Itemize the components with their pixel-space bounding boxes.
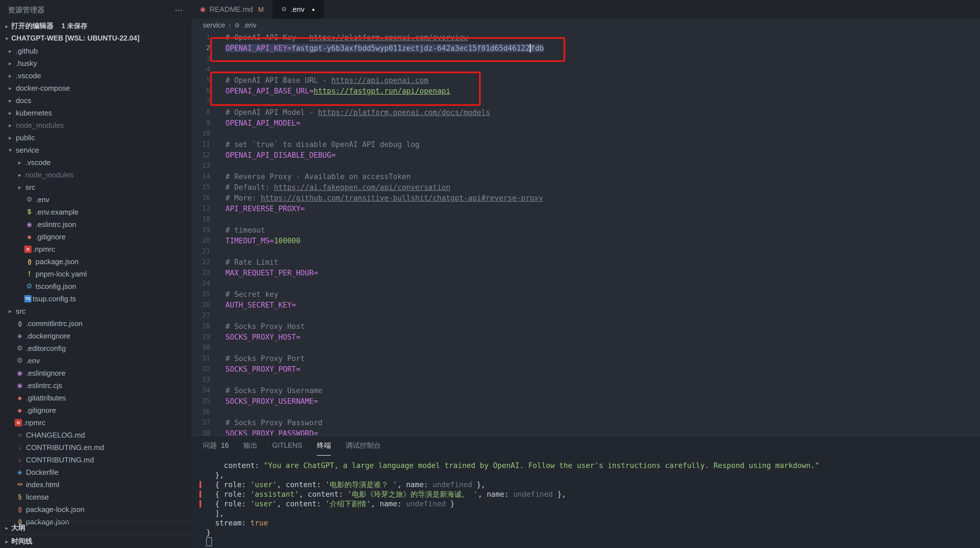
terminal-line: { role: 'assistant', content: '电影《玲芽之旅》的…: [206, 489, 980, 499]
tree-file-.eslintrc.cjs[interactable]: ◉.eslintrc.cjs: [0, 379, 192, 391]
outline-label: 大纲: [11, 523, 25, 533]
tree-item-label: docker-compose: [16, 84, 70, 92]
line-marker: [199, 500, 201, 507]
sidebar-footer: ▸ 大纲 ▸ 时间线: [0, 521, 192, 548]
line-number: 8: [192, 107, 210, 118]
terminal-cursor-icon: [206, 537, 212, 546]
selection: OPENAI_API_KEY=fastgpt-y6b3axfbdd5wyp011…: [226, 44, 544, 52]
tree-file-CHANGELOG.md[interactable]: ○CHANGELOG.md: [0, 429, 192, 441]
chevron-right-icon: ▸: [2, 525, 11, 531]
tree-folder-.husky[interactable]: ▸.husky: [0, 57, 192, 69]
timeline-section[interactable]: ▸ 时间线: [0, 534, 192, 548]
code-line: SOCKS_PROXY_USERNAME=: [226, 396, 980, 407]
line-number: 20: [192, 235, 210, 246]
line-number: 27: [192, 310, 210, 321]
tree-file-tsconfig.json[interactable]: ⚙tsconfig.json: [0, 280, 192, 292]
tab-label: README.md: [209, 5, 253, 14]
tree-file-.npmrc[interactable]: n.npmrc: [0, 416, 192, 429]
line-number: 37: [192, 417, 210, 428]
tree-folder-src[interactable]: ▸src: [0, 305, 192, 317]
tree-file-.gitignore[interactable]: ◆.gitignore: [0, 230, 192, 243]
docker-grey-icon: ◈: [15, 331, 25, 340]
panel-tab-问题[interactable]: 问题16: [203, 436, 229, 456]
editor-tab-README.md[interactable]: ◉README.mdM: [192, 0, 273, 19]
tree-folder-docs[interactable]: ▸docs: [0, 94, 192, 106]
tree-item-label: src: [25, 183, 35, 191]
code-line: [226, 214, 980, 225]
line-number: 15: [192, 182, 210, 192]
chevron-right-icon: ▸: [6, 85, 15, 91]
line-number: 4: [192, 64, 210, 75]
line-number: 31: [192, 353, 210, 364]
line-number: 26: [192, 300, 210, 310]
tree-folder-.vscode[interactable]: ▸.vscode: [0, 156, 192, 168]
editor-tab-.env[interactable]: ⚙.env●: [273, 0, 324, 19]
project-root-section[interactable]: ▾ CHATGPT-WEB [WSL: UBUNTU-22.04]: [0, 32, 192, 44]
terminal-output[interactable]: content: "You are ChatGPT, a large langu…: [192, 456, 980, 547]
line-number: 12: [192, 150, 210, 160]
line-number: 6: [192, 86, 210, 96]
breadcrumb-item[interactable]: .env: [243, 21, 256, 29]
tree-item-label: index.html: [26, 480, 59, 489]
tree-folder-docker-compose[interactable]: ▸docker-compose: [0, 82, 192, 94]
tree-file-.gitignore[interactable]: ◆.gitignore: [0, 404, 192, 416]
panel-tab-终端[interactable]: 终端: [317, 436, 331, 456]
tree-item-label: package-lock.json: [26, 505, 84, 513]
tree-file-CONTRIBUTING.md[interactable]: ↓CONTRIBUTING.md: [0, 453, 192, 466]
tree-file-package.json[interactable]: {}package.json: [0, 255, 192, 267]
more-actions-icon[interactable]: ⋯: [175, 5, 184, 15]
tree-item-label: kubernetes: [16, 108, 52, 117]
tree-file-.gitattributes[interactable]: ◆.gitattributes: [0, 391, 192, 404]
outline-section[interactable]: ▸ 大纲: [0, 521, 192, 534]
panel-tab-GITLENS[interactable]: GITLENS: [272, 436, 302, 456]
tree-file-.eslintrc.json[interactable]: ◉.eslintrc.json: [0, 218, 192, 230]
tree-file-.env[interactable]: ⚙.env: [0, 193, 192, 206]
tree-file-package-lock.json[interactable]: {}package-lock.json: [0, 503, 192, 515]
tree-file-.eslintignore[interactable]: ◉.eslintignore: [0, 367, 192, 379]
tree-file-license[interactable]: §license: [0, 491, 192, 503]
tree-file-CONTRIBUTING.en.md[interactable]: ↓CONTRIBUTING.en.md: [0, 441, 192, 453]
tree-folder-.github[interactable]: ▸.github: [0, 44, 192, 57]
tree-folder-public[interactable]: ▸public: [0, 131, 192, 144]
tree-folder-service[interactable]: ▾service: [0, 144, 192, 156]
code-line: # Default: https://ai.fakeopen.com/api/c…: [226, 182, 980, 192]
tree-file-.dockerignore[interactable]: ◈.dockerignore: [0, 329, 192, 342]
code-editor[interactable]: 1234567891011121314151617181920212223242…: [192, 32, 980, 435]
code-line: OPENAI_API_MODEL=: [226, 118, 980, 129]
tree-file-.env[interactable]: ⚙.env: [0, 354, 192, 367]
terminal-line: content: "You are ChatGPT, a large langu…: [206, 461, 980, 470]
line-number: 3: [192, 54, 210, 64]
line-marker: [199, 481, 201, 488]
breadcrumb-item[interactable]: service: [203, 21, 225, 29]
code-lines[interactable]: # OpenAI API Key - https://platform.open…: [226, 32, 980, 435]
terminal-line: stream: true: [206, 518, 980, 528]
panel-tab-调试控制台[interactable]: 调试控制台: [346, 436, 381, 456]
tree-file-Dockerfile[interactable]: ◈Dockerfile: [0, 466, 192, 478]
tree-folder-.vscode[interactable]: ▸.vscode: [0, 69, 192, 82]
line-number: 5: [192, 75, 210, 86]
tree-file-.npmrc[interactable]: n.npmrc: [0, 243, 192, 255]
chevron-right-icon: ▸: [2, 538, 11, 545]
code-line: # OpenAI API Key - https://platform.open…: [226, 32, 980, 43]
json-grey-icon: {}: [15, 319, 25, 328]
tree-file-index.html[interactable]: <>index.html: [0, 478, 192, 491]
explorer-title: 资源管理器: [8, 5, 45, 15]
bottom-panel: 问题16输出GITLENS终端调试控制台 content: "You are C…: [192, 435, 980, 548]
tree-file-pnpm-lock.yaml[interactable]: !pnpm-lock.yaml: [0, 267, 192, 280]
line-number: 38: [192, 428, 210, 435]
tree-folder-kubernetes[interactable]: ▸kubernetes: [0, 106, 192, 119]
tree-folder-node_modules[interactable]: ▸node_modules: [0, 119, 192, 131]
tree-file-.commitlintrc.json[interactable]: {}.commitlintrc.json: [0, 317, 192, 329]
breadcrumb: service›⚙.env: [192, 19, 980, 32]
tree-folder-node_modules[interactable]: ▸node_modules: [0, 168, 192, 181]
tree-file-.env.example[interactable]: $.env.example: [0, 206, 192, 218]
open-editors-section[interactable]: ▸ 打开的编辑器 1 未保存: [0, 20, 192, 32]
editor-tabbar: ◉README.mdM⚙.env●: [192, 0, 980, 19]
tree-folder-src[interactable]: ▸src: [0, 181, 192, 193]
tree-item-label: package.json: [35, 257, 79, 265]
code-line: MAX_REQUEST_PER_HOUR=: [226, 267, 980, 278]
json-red-icon: {}: [15, 505, 25, 514]
panel-tab-输出[interactable]: 输出: [243, 436, 258, 456]
tree-file-.editorconfig[interactable]: ⚙.editorconfig: [0, 342, 192, 354]
tree-file-tsup.config.ts[interactable]: TStsup.config.ts: [0, 292, 192, 305]
